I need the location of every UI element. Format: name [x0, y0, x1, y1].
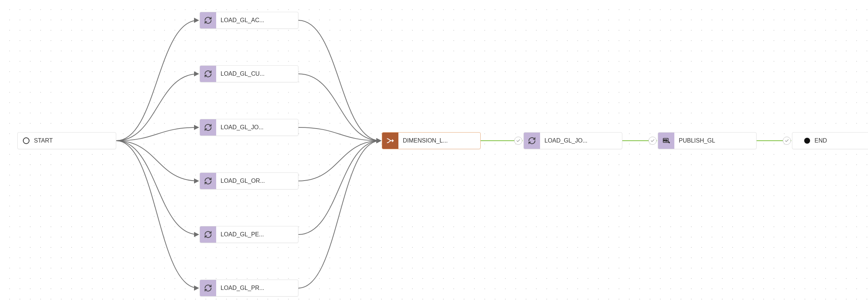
sync-icon: [524, 133, 540, 149]
node-load_jo1[interactable]: LOAD_GL_JO...: [200, 119, 298, 136]
node-start[interactable]: START: [17, 132, 116, 149]
node-label: LOAD_GL_PR...: [216, 285, 269, 291]
sync-icon: [200, 12, 216, 28]
node-label: DIMENSION_L...: [398, 137, 453, 144]
edge-start-load_ac: [116, 20, 198, 141]
workflow-canvas[interactable]: STARTLOAD_GL_AC...LOAD_GL_CU...LOAD_GL_J…: [0, 0, 868, 308]
node-publish[interactable]: SQLPUBLISH_GL: [658, 132, 757, 149]
node-dim[interactable]: DIMENSION_L...: [382, 132, 481, 149]
end-dot-icon: [804, 138, 810, 144]
node-load_jo2[interactable]: LOAD_GL_JO...: [523, 132, 622, 149]
edge-start-load_or: [116, 141, 198, 181]
node-label: LOAD_GL_JO...: [540, 137, 593, 144]
node-load_ac[interactable]: LOAD_GL_AC...: [200, 12, 298, 29]
node-label: END: [810, 137, 832, 144]
success-check-icon: [783, 137, 791, 145]
edge-load_ac-dim: [298, 20, 380, 141]
edge-start-load_pr: [116, 141, 198, 288]
edge-load_pe-dim: [298, 141, 380, 235]
edge-layer: [0, 0, 868, 308]
edge-load_jo1-dim: [298, 127, 380, 141]
node-label: LOAD_GL_AC...: [216, 17, 269, 24]
edge-load_cu-dim: [298, 74, 380, 141]
edge-start-load_jo1: [116, 127, 198, 141]
node-label: START: [30, 137, 58, 144]
sync-icon: [200, 280, 216, 296]
node-label: LOAD_GL_OR...: [216, 178, 270, 184]
node-load_or[interactable]: LOAD_GL_OR...: [200, 172, 298, 189]
edge-load_pr-dim: [298, 141, 380, 288]
node-label: PUBLISH_GL: [674, 137, 720, 144]
sync-icon: [200, 173, 216, 189]
success-check-icon: [649, 137, 657, 145]
edge-start-load_pe: [116, 141, 198, 235]
sql-icon: SQL: [658, 133, 674, 149]
merge-icon: [382, 133, 398, 149]
node-label: LOAD_GL_JO...: [216, 124, 269, 131]
node-load_pr[interactable]: LOAD_GL_PR...: [200, 280, 298, 297]
edge-start-load_cu: [116, 74, 198, 141]
canvas-dot-grid: [0, 0, 868, 308]
edge-load_or-dim: [298, 141, 380, 181]
sync-icon: [200, 226, 216, 243]
start-circle-icon: [23, 137, 30, 144]
node-load_cu[interactable]: LOAD_GL_CU...: [200, 65, 298, 82]
sync-icon: [200, 66, 216, 82]
node-label: LOAD_GL_PE...: [216, 231, 269, 238]
node-label: LOAD_GL_CU...: [216, 71, 270, 77]
svg-text:SQL: SQL: [664, 139, 668, 141]
sync-icon: [200, 119, 216, 136]
success-check-icon: [514, 137, 522, 145]
node-end[interactable]: END: [792, 132, 868, 149]
node-load_pe[interactable]: LOAD_GL_PE...: [200, 226, 298, 243]
